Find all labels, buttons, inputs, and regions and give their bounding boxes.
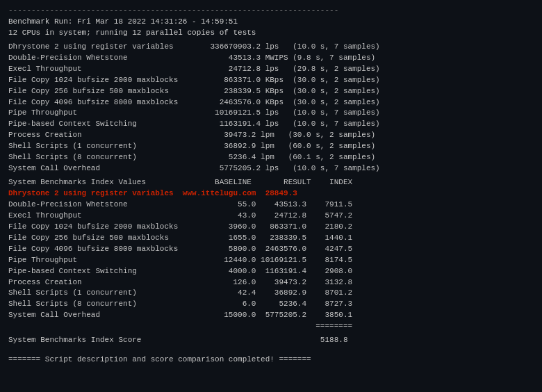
index-line-23: File Copy 4096 bufsize 8000 maxblocks 58… <box>8 244 534 255</box>
benchmark-line-9: File Copy 4096 bufsize 8000 maxblocks 24… <box>8 97 534 108</box>
index-line-26: Process Creation 126.0 39473.2 3132.8 <box>8 277 534 288</box>
index-line-24: Pipe Throughput 12440.0 10169121.5 8174.… <box>8 255 534 266</box>
watermark-line-18: Dhrystone 2 using register variables www… <box>8 188 534 199</box>
index-line-25: Pipe-based Context Switching 4000.0 1163… <box>8 266 534 277</box>
index-line-27: Shell Scripts (1 concurrent) 42.4 36892.… <box>8 288 534 299</box>
index-line-21: File Copy 1024 bufsize 2000 maxblocks 39… <box>8 222 534 233</box>
index-line-22: File Copy 256 bufsize 500 maxblocks 1655… <box>8 233 534 244</box>
score-line-32: System Benchmarks Index Score 5188.8 <box>8 335 534 346</box>
terminal-window: ----------------------------------------… <box>0 0 542 392</box>
index-header-line-17: System Benchmarks Index Values BASELINE … <box>8 177 534 188</box>
benchmark-line-8: File Copy 256 bufsize 500 maxblocks 2383… <box>8 86 534 97</box>
benchmark-line-10: Pipe Throughput 10169121.5 lps (10.0 s, … <box>8 108 534 119</box>
divider-line-0: ----------------------------------------… <box>8 6 534 17</box>
benchmark-line-14: Shell Scripts (8 concurrent) 5236.4 lpm … <box>8 152 534 163</box>
header-line-2: 12 CPUs in system; running 12 parallel c… <box>8 28 534 39</box>
completion-line-36: ======= Script description and score com… <box>8 354 534 366</box>
benchmark-line-11: Pipe-based Context Switching 1163191.4 l… <box>8 119 534 130</box>
benchmark-line-15: System Call Overhead 5775205.2 lps (10.0… <box>8 163 534 174</box>
header-line-1: Benchmark Run: Fri Mar 18 2022 14:31:26 … <box>8 17 534 28</box>
index-line-20: Execl Throughput 43.0 24712.8 5747.2 <box>8 211 534 222</box>
benchmark-line-6: Execl Throughput 24712.8 lps (29.8 s, 2 … <box>8 64 534 75</box>
benchmark-line-5: Double-Precision Whetstone 43513.3 MWIPS… <box>8 53 534 64</box>
benchmark-line-12: Process Creation 39473.2 lpm (30.0 s, 2 … <box>8 130 534 141</box>
index-line-29: System Call Overhead 15000.0 5775205.2 3… <box>8 310 534 321</box>
index-line-28: Shell Scripts (8 concurrent) 6.0 5236.4 … <box>8 299 534 310</box>
equals-line-30: ======== <box>8 321 534 332</box>
index-line-19: Double-Precision Whetstone 55.0 43513.3 … <box>8 199 534 211</box>
benchmark-line-13: Shell Scripts (1 concurrent) 36892.9 lpm… <box>8 141 534 152</box>
benchmark-line-4: Dhrystone 2 using register variables 336… <box>8 42 534 53</box>
benchmark-line-7: File Copy 1024 bufsize 2000 maxblocks 86… <box>8 75 534 86</box>
